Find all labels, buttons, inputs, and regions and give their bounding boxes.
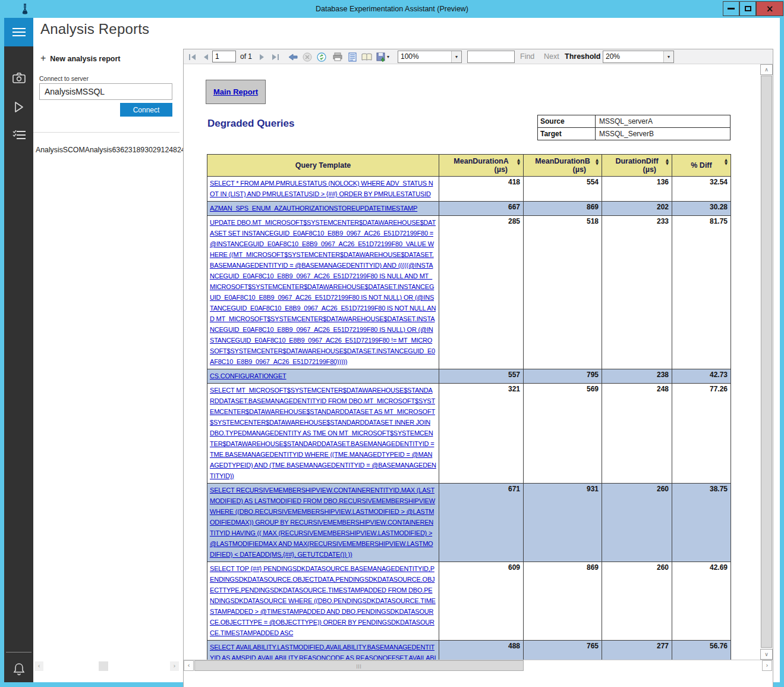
- print-layout-button[interactable]: [346, 51, 358, 63]
- query-link[interactable]: CS.CONFIGURATIONGET: [210, 372, 286, 379]
- export-caret-icon: ▾: [387, 54, 389, 59]
- mean-duration-a-value: 418: [439, 177, 524, 202]
- new-analysis-report-button[interactable]: +New analysis report: [40, 53, 120, 64]
- nav-rail: [4, 18, 33, 682]
- column-header-mean-duration-a[interactable]: MeanDurationA(µs)▲▼: [439, 155, 524, 177]
- pct-diff-value: 38.75: [672, 484, 731, 562]
- column-header-mean-duration-b[interactable]: MeanDurationB(µs)▲▼: [524, 155, 602, 177]
- query-template-cell: SELECT AVAILABILITY.LASTMODIFIED,AVAILAB…: [207, 641, 439, 660]
- query-link[interactable]: SELECT RECURSIVEMEMBERSHIPVIEW.CONTAINER…: [210, 487, 435, 558]
- connect-to-server-label: Connect to server: [39, 75, 89, 82]
- query-link[interactable]: SELECT TOP {##} PENDINGSDKDATASOURCE.BAS…: [210, 565, 436, 636]
- bell-icon: [13, 663, 25, 676]
- table-row: SELECT TOP {##} PENDINGSDKDATASOURCE.BAS…: [207, 562, 731, 641]
- pct-diff-value: 56.76: [672, 641, 731, 660]
- left-panel-scroll-thumb[interactable]: [99, 661, 108, 671]
- export-button[interactable]: ▾: [374, 51, 392, 63]
- scroll-down-button[interactable]: ∨: [760, 649, 773, 660]
- mean-duration-a-value: 671: [439, 484, 524, 562]
- rail-divider: [6, 652, 32, 653]
- printer-icon: [333, 52, 342, 61]
- scroll-left-button[interactable]: ‹: [184, 660, 194, 671]
- mean-duration-a-value: 488: [439, 641, 524, 660]
- column-header-pct-diff[interactable]: % Diff▲▼: [672, 155, 731, 177]
- query-link[interactable]: AZMAN_SPS_ENUM_AZAUTHORIZATIONSTOREUPDAT…: [210, 205, 417, 212]
- find-next-button[interactable]: Next: [544, 49, 559, 64]
- grip-icon: |||: [356, 663, 361, 669]
- mean-duration-a-value: 609: [439, 562, 524, 641]
- target-value: MSSQL_ServerB: [596, 128, 731, 140]
- query-link[interactable]: SELECT MT_MICROSOFT$SYSTEMCENTER$DATAWAR…: [210, 387, 436, 479]
- sidebar-item-replay[interactable]: [4, 97, 33, 117]
- query-template-cell: SELECT MT_MICROSOFT$SYSTEMCENTER$DATAWAR…: [207, 384, 439, 484]
- print-button[interactable]: [331, 51, 344, 63]
- pct-diff-value: 42.69: [672, 562, 731, 641]
- checklist-icon: [12, 130, 26, 140]
- minimize-button[interactable]: [723, 1, 739, 16]
- hamburger-icon: [12, 27, 26, 37]
- sidebar-item-capture[interactable]: [4, 68, 33, 88]
- server-name-input[interactable]: [39, 83, 172, 100]
- page-count-label: of 1: [240, 49, 252, 64]
- minimize-icon: [728, 8, 735, 10]
- first-page-icon: [188, 54, 197, 61]
- query-link[interactable]: UPDATE DBO.MT_MICROSOFT$SYSTEMCENTER$DAT…: [210, 219, 436, 365]
- degraded-queries-tbody: SELECT * FROM APM.PMRULESTATUS (NOLOCK) …: [207, 177, 731, 660]
- print-layout-icon: [348, 52, 357, 62]
- threshold-label: Threshold: [565, 49, 600, 64]
- target-label: Target: [538, 128, 596, 140]
- pct-diff-value: 32.54: [672, 177, 731, 202]
- duration-diff-value: 233: [602, 216, 672, 369]
- connect-button[interactable]: Connect: [120, 103, 172, 117]
- find-button[interactable]: Find: [520, 49, 534, 64]
- window-border-right: [780, 18, 784, 687]
- back-button[interactable]: [286, 51, 299, 63]
- analysis-report-list-item[interactable]: AnalysisSCOMAnalysis636231893029124824: [36, 146, 181, 154]
- maximize-button[interactable]: [739, 1, 756, 16]
- first-page-button[interactable]: [186, 51, 199, 63]
- horizontal-scroll-thumb[interactable]: |||: [194, 660, 524, 671]
- vertical-scroll-thumb[interactable]: [761, 76, 772, 648]
- last-page-button[interactable]: [269, 51, 281, 63]
- book-icon: [361, 53, 372, 61]
- close-button[interactable]: ×: [756, 1, 783, 16]
- next-page-icon: [259, 54, 265, 61]
- threshold-value: 20%: [603, 51, 663, 62]
- vertical-scrollbar[interactable]: ∧ ∨: [760, 64, 773, 660]
- previous-page-button[interactable]: [199, 51, 212, 63]
- page-number-input[interactable]: [212, 51, 236, 62]
- sort-icon[interactable]: ▲▼: [517, 159, 520, 165]
- query-template-cell: UPDATE DBO.MT_MICROSOFT$SYSTEMCENTER$DAT…: [207, 216, 439, 369]
- horizontal-scrollbar[interactable]: ‹ ||| ›: [184, 660, 773, 671]
- notifications-button[interactable]: [4, 659, 33, 679]
- zoom-select[interactable]: 100% ▾: [398, 51, 462, 63]
- main-report-button[interactable]: Main Report: [206, 80, 266, 104]
- scroll-right-button[interactable]: ›: [762, 660, 772, 671]
- query-template-cell: CS.CONFIGURATIONGET: [207, 369, 439, 384]
- query-link[interactable]: SELECT AVAILABILITY.LASTMODIFIED,AVAILAB…: [210, 644, 436, 660]
- table-header-row: Query Template MeanDurationA(µs)▲▼ MeanD…: [207, 155, 731, 177]
- hamburger-menu-button[interactable]: [4, 18, 33, 46]
- find-input[interactable]: [467, 51, 515, 63]
- stop-render-button[interactable]: [301, 51, 313, 63]
- left-panel-scroll-right[interactable]: ›: [170, 661, 179, 671]
- threshold-select[interactable]: 20% ▾: [603, 51, 674, 63]
- panel-divider: [33, 132, 180, 133]
- query-link[interactable]: SELECT * FROM APM.PMRULESTATUS (NOLOCK) …: [210, 180, 433, 197]
- title-bar: Database Experimentation Assistant (Prev…: [0, 0, 784, 18]
- last-page-icon: [271, 54, 279, 61]
- sort-icon[interactable]: ▲▼: [596, 159, 599, 165]
- next-page-button[interactable]: [256, 51, 268, 63]
- table-row: UPDATE DBO.MT_MICROSOFT$SYSTEMCENTER$DAT…: [207, 216, 731, 369]
- mean-duration-b-value: 765: [524, 641, 602, 660]
- left-panel-scroll-left[interactable]: ‹: [34, 661, 43, 671]
- column-header-duration-diff[interactable]: DurationDiff(µs)▲▼: [602, 155, 672, 177]
- page-setup-button[interactable]: [360, 51, 373, 63]
- sidebar-item-analysis-reports[interactable]: [4, 125, 33, 145]
- mean-duration-b-value: 569: [524, 384, 602, 484]
- table-row: SELECT MT_MICROSOFT$SYSTEMCENTER$DATAWAR…: [207, 384, 731, 484]
- refresh-button[interactable]: [315, 51, 328, 63]
- sort-icon[interactable]: ▲▼: [725, 159, 728, 165]
- sort-icon[interactable]: ▲▼: [666, 159, 669, 165]
- scroll-up-button[interactable]: ∧: [760, 64, 773, 75]
